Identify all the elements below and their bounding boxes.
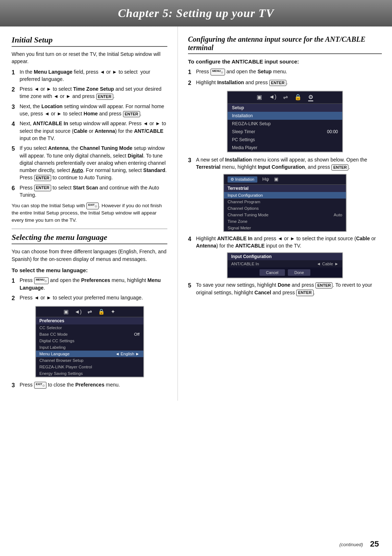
config-step-4: 4 Highlight ANT/CABLE In and press ◄ or … — [188, 235, 382, 250]
enter-key-2: ENTER — [96, 94, 113, 100]
section-divider-1 — [12, 229, 167, 229]
step-num-2: 2 — [12, 85, 20, 94]
step-num-3: 3 — [12, 103, 20, 111]
step-num-1: 1 — [12, 68, 20, 77]
ant-right-arrow: ► — [335, 262, 339, 266]
pref-icon-tv: ▣ — [64, 308, 69, 315]
pref-menu-bar: ▣ ◄) ⇌ 🔒 ✦ — [36, 307, 143, 317]
setup-section-title: Setup — [228, 104, 342, 112]
setup-icon-sound: ◄) — [269, 94, 276, 101]
installation-section-header: Terrestrial — [224, 185, 346, 192]
step-num-6: 6 — [12, 184, 20, 192]
configuring-title: Configuring the antenna input source for… — [188, 35, 382, 54]
pref-row-cc-selector: CC Selector — [36, 324, 143, 331]
config-step-2: 2 Highlight Installation and press ENTER… — [188, 79, 382, 87]
enter-key-5: ENTER — [34, 175, 51, 181]
initial-setup-note: You can stop the Initial Setup with EXIT… — [12, 202, 167, 224]
menu-key-1: MENU○ — [34, 277, 49, 284]
config-step-num-4: 4 — [188, 235, 196, 243]
ic-row-input-config: Input Configuration — [224, 192, 346, 199]
pref-icon-settings: ⇌ — [87, 308, 92, 315]
ant-cable-screen-mockup: Input Configuration ANT/CABLE In ◄ Cable… — [227, 252, 343, 278]
ant-cancel-btn[interactable]: Cancel — [260, 269, 285, 276]
ant-row-cable: ANT/CABLE In ◄ Cable ► — [228, 260, 342, 267]
menu-step-1: 1 Press MENU○ and open the Preferences m… — [12, 277, 167, 291]
initial-setup-steps: 1 In the Menu Language field, press ◄ or… — [12, 68, 167, 199]
config-step-num-1: 1 — [188, 68, 196, 76]
installation-icon-hh: Hψ — [262, 176, 269, 183]
ant-val-area: ◄ Cable ► — [317, 262, 339, 266]
config-step-body-2: Highlight Installation and press ENTER. — [196, 79, 382, 86]
step-5: 5 If you select Antenna, the Channel Tun… — [12, 144, 167, 181]
ant-left-arrow: ◄ — [317, 262, 320, 266]
left-column: Initial Setup When you first turn on or … — [0, 26, 178, 401]
setup-row-media: Media Player — [228, 144, 342, 152]
enter-key-3: ENTER — [123, 111, 140, 117]
config-step-num-5: 5 — [188, 281, 196, 290]
selecting-menu-steps-2: 3 Press EXIT○ to close the Preferences m… — [12, 381, 167, 389]
step-1: 1 In the Menu Language field, press ◄ or… — [12, 68, 167, 83]
config-step-3: 3 A new set of Installation menu icons w… — [188, 156, 382, 171]
configuring-steps: 1 Press MENU○ and open the Setup menu. 2… — [188, 68, 382, 87]
step-2: 2 Press ◄ or ► to select Time Zone Setup… — [12, 85, 167, 100]
exit-key-note: EXIT○ — [86, 203, 99, 209]
ic-row-channel-options: Channel Options — [224, 205, 346, 212]
main-content: Initial Setup When you first turn on or … — [0, 26, 392, 401]
pref-row-base-cc: Base CC ModeOff — [36, 331, 143, 338]
setup-screen-mockup: ▣ ◄) ⇌ 🔒 ⚙ Setup Installation REGZA-LINK… — [227, 91, 343, 152]
continued-text: (continued) — [339, 542, 363, 547]
menu-step-body-2: Press ◄ or ► to select your preferred me… — [20, 294, 167, 301]
setup-row-regza: REGZA-LINK Setup — [228, 120, 342, 128]
ant-screen-header: Input Configuration — [228, 253, 342, 260]
pref-row-menu-language: Menu Language ◄ English ► — [36, 351, 143, 357]
config-step-1: 1 Press MENU○ and open the Setup menu. — [188, 68, 382, 76]
step-6: 6 Press ENTER to select Start Scan and c… — [12, 184, 167, 199]
setup-icon-switch: ⇌ — [283, 94, 288, 101]
config-step-5: 5 To save your new settings, highlight D… — [188, 281, 382, 296]
chapter-header: Chapter 5: Setting up your TV — [0, 0, 392, 26]
ic-row-channel-tuning: Channel Tuning ModeAuto — [224, 212, 346, 218]
menu-step-body-1: Press MENU○ and open the Preferences men… — [20, 277, 167, 291]
setup-icon-lock: 🔒 — [294, 94, 302, 101]
enter-key-cfg-3: ENTER — [331, 164, 348, 171]
setup-row-installation: Installation — [228, 112, 342, 120]
step-3: 3 Next, the Location setting window will… — [12, 103, 167, 118]
pref-icon-lock: 🔒 — [98, 308, 105, 315]
configuring-section: Configuring the antenna input source for… — [188, 35, 382, 296]
page-number: 25 — [370, 539, 379, 549]
setup-menu-bar: ▣ ◄) ⇌ 🔒 ⚙ — [228, 91, 342, 104]
step-num-4: 4 — [12, 120, 20, 128]
right-column: Configuring the antenna input source for… — [178, 26, 392, 401]
menu-step-2: 2 Press ◄ or ► to select your preferred … — [12, 294, 167, 302]
step-num-5: 5 — [12, 144, 20, 153]
config-step-body-1: Press MENU○ and open the Setup menu. — [196, 68, 382, 75]
config-step-body-5: To save your new settings, highlight Don… — [196, 281, 382, 296]
selecting-menu-language-section: Selecting the menu language You can choo… — [12, 233, 167, 389]
installation-icon-tv: ▣ — [274, 176, 278, 183]
ic-row-channel-program: Channel Program — [224, 199, 346, 205]
selecting-menu-intro: You can choose from three different lang… — [12, 248, 167, 263]
pref-row-energy-saving: Energy Saving Settings — [36, 370, 143, 377]
exit-key-3: EXIT○ — [34, 382, 46, 389]
menu-step-num-2: 2 — [12, 294, 20, 302]
pref-row-regza-link: REGZA-LINK Player Control — [36, 364, 143, 370]
config-step-num-2: 2 — [188, 79, 196, 87]
ant-done-btn[interactable]: Done — [288, 269, 310, 276]
pref-section-header: Preferences — [36, 317, 143, 324]
installation-icon-gear: ⚙ Installation — [228, 176, 257, 183]
selecting-menu-subsection: To select the menu language: — [12, 266, 167, 274]
menu-step-num-1: 1 — [12, 277, 20, 285]
step-body-2: Press ◄ or ► to select Time Zone Setup a… — [20, 85, 167, 100]
configuring-steps-3: 4 Highlight ANT/CABLE In and press ◄ or … — [188, 235, 382, 250]
ic-row-time-zone: Time Zone — [224, 218, 346, 225]
enter-key-cfg-5: ENTER — [315, 282, 332, 289]
pref-row-input-labeling: Input Labeling — [36, 344, 143, 351]
step-body-4: Next, ANT/CABLE In setup window will app… — [20, 120, 167, 142]
step-body-5: If you select Antenna, the Channel Tunin… — [20, 144, 167, 181]
step-body-1: In the Menu Language field, press ◄ or ►… — [20, 68, 167, 83]
selecting-menu-title: Selecting the menu language — [12, 233, 167, 244]
pref-row-digital-cc: Digital CC Settings — [36, 338, 143, 344]
menu-step-body-3: Press EXIT○ to close the Preferences men… — [20, 381, 167, 389]
configuring-steps-2: 3 A new set of Installation menu icons w… — [188, 156, 382, 171]
config-step-num-3: 3 — [188, 156, 196, 164]
